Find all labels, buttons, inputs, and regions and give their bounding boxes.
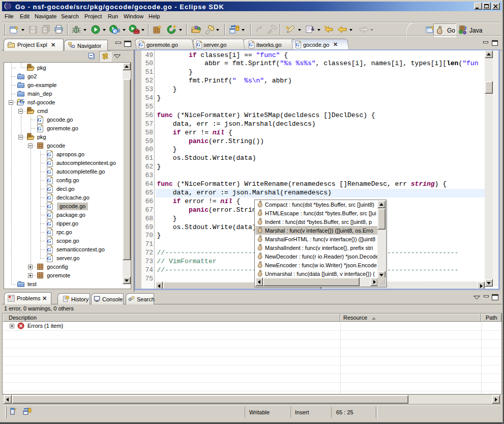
svg-text:J: J [464, 25, 467, 31]
